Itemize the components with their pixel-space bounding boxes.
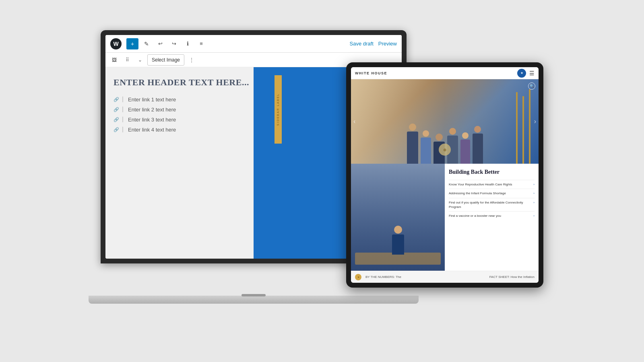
- wh-link-3: Find out if you qualify for the Affordab…: [449, 200, 532, 209]
- right-arrow-icon: ›: [534, 118, 536, 125]
- wh-links-list: Know Your Reproductive Health Care Right…: [449, 180, 535, 220]
- wh-link-arrow-4: ›: [533, 214, 535, 218]
- add-block-button[interactable]: +: [126, 38, 138, 49]
- search-button-wh[interactable]: 🔍: [528, 82, 535, 90]
- hero-content: Enter Header Text Here... 🔗 Enter link 1…: [105, 67, 277, 139]
- undo-icon: ↩: [158, 41, 163, 47]
- head-4: [449, 128, 456, 135]
- wh-content-panel: Building Back Better Know Your Reproduct…: [351, 164, 539, 271]
- list-item: 🔗 Enter link 2 text here: [114, 107, 269, 113]
- wh-left-image: [351, 164, 445, 271]
- preview-link[interactable]: Preview: [378, 41, 397, 47]
- link-text-1: Enter link 1 text here: [128, 97, 176, 103]
- tablet: White House ★ ☰: [346, 62, 543, 288]
- redo-button[interactable]: ↪: [168, 38, 180, 49]
- hamburger-icon: ☰: [529, 70, 535, 76]
- list-item[interactable]: Find a vaccine or a booster near you ›: [449, 211, 535, 220]
- divider-2: [122, 107, 123, 112]
- hero-links-container: 🔗 Enter link 1 text here 🔗 Enter link 2 …: [114, 97, 269, 133]
- next-arrow-button[interactable]: ›: [534, 118, 536, 125]
- link-icon-1: 🔗: [114, 97, 119, 102]
- wp-toolbar: W + ✎ ↩ ↪ ℹ: [105, 35, 402, 53]
- bottom-seal-icon: ★: [355, 274, 361, 280]
- sidebar-label-text: Sidebar Label: [277, 93, 279, 125]
- divider-4: [122, 127, 123, 132]
- bottom-seal-star: ★: [357, 276, 359, 278]
- list-view-button[interactable]: ≡: [196, 38, 207, 49]
- link-icon-4: 🔗: [114, 127, 119, 132]
- body-6: [473, 134, 483, 164]
- person-1: [407, 123, 418, 164]
- chevron-icon: ⌄: [138, 57, 142, 63]
- person-5: [460, 132, 470, 164]
- link-icon-2: 🔗: [114, 107, 119, 112]
- divider-3: [122, 117, 123, 122]
- head-6: [474, 126, 481, 133]
- image-block-icon[interactable]: 🖼: [109, 54, 120, 66]
- person-6: [473, 126, 483, 164]
- seal-star: ★: [520, 71, 523, 75]
- wh-header-right: ★ ☰: [517, 69, 535, 78]
- head-3: [436, 134, 443, 141]
- main-head: [394, 226, 402, 234]
- head-1: [409, 123, 416, 131]
- link-text-4: Enter link 4 text here: [128, 127, 176, 133]
- wh-link-arrow-1: ›: [533, 182, 535, 187]
- link-icon-3: 🔗: [114, 117, 119, 122]
- body-2: [421, 138, 431, 164]
- wp-logo-icon[interactable]: W: [110, 38, 122, 49]
- left-arrow-icon: ‹: [353, 118, 355, 125]
- prev-arrow-button[interactable]: ‹: [353, 118, 355, 125]
- bottom-left-text: BY THE NUMBERS: The: [365, 275, 401, 279]
- head-5: [462, 132, 469, 139]
- building-back-better-title: Building Back Better: [449, 169, 535, 176]
- info-button[interactable]: ℹ: [182, 38, 193, 49]
- wh-bottom-bar: ★ BY THE NUMBERS: The FACT SHEET: How th…: [351, 271, 539, 283]
- undo-button[interactable]: ↩: [155, 38, 166, 49]
- seal-symbol: ⊕: [443, 148, 446, 152]
- pencil-icon: ✎: [144, 41, 149, 47]
- image-icon: 🖼: [112, 57, 117, 63]
- laptop-base: [89, 296, 419, 304]
- list-item[interactable]: Addressing the Infant Formula Shortage ›: [449, 189, 535, 197]
- sidebar-label-block: Sidebar Label: [275, 75, 282, 144]
- laptop-hinge: [242, 294, 266, 296]
- link-text-3: Enter link 3 text here: [128, 117, 176, 123]
- scene: W + ✎ ↩ ↪ ℹ: [101, 30, 543, 332]
- info-icon: ℹ: [187, 41, 189, 47]
- tablet-bezel: White House ★ ☰: [346, 62, 543, 288]
- search-icon: 🔍: [530, 84, 534, 88]
- wh-link-arrow-2: ›: [533, 191, 535, 195]
- link-text-2: Enter link 2 text here: [128, 107, 176, 113]
- wh-menu-button[interactable]: ☰: [529, 70, 535, 77]
- tablet-screen: White House ★ ☰: [351, 67, 539, 283]
- wh-seal-icon: ★: [517, 69, 526, 78]
- list-item: 🔗 Enter link 4 text here: [114, 127, 269, 133]
- wh-logo-text: White House: [355, 71, 387, 75]
- save-draft-link[interactable]: Save draft: [349, 41, 373, 47]
- redo-icon: ↪: [172, 41, 176, 47]
- list-item[interactable]: Know Your Reproductive Health Care Right…: [449, 180, 535, 189]
- body-1: [407, 132, 418, 164]
- main-person: [392, 226, 404, 255]
- more-options-button[interactable]: ⋮: [186, 54, 197, 66]
- toolbar-right: Save draft Preview: [349, 41, 397, 47]
- hero-header: Enter Header Text Here...: [114, 77, 269, 88]
- list-item: 🔗 Enter link 1 text here: [114, 97, 269, 103]
- wh-link-2: Addressing the Infant Formula Shortage: [449, 191, 532, 195]
- presidential-seal: ⊕: [439, 144, 451, 156]
- list-item: 🔗 Enter link 3 text here: [114, 117, 269, 123]
- wh-text-panel: Building Back Better Know Your Reproduct…: [445, 164, 539, 271]
- select-image-button[interactable]: Select Image: [147, 54, 184, 66]
- more-icon: ⋮: [189, 57, 194, 63]
- sidebar-label-strip: Sidebar Label: [275, 75, 282, 144]
- wh-photo-area: ⊕ 🔍 ‹ ›: [351, 79, 539, 164]
- list-item[interactable]: Find out if you qualify for the Affordab…: [449, 198, 535, 211]
- head-2: [423, 130, 429, 137]
- transform-button[interactable]: ⌄: [134, 54, 146, 66]
- wh-link-arrow-3: ›: [533, 200, 535, 205]
- wh-website: White House ★ ☰: [351, 67, 539, 283]
- edit-button[interactable]: ✎: [141, 38, 152, 49]
- plus-icon: +: [131, 41, 134, 47]
- drag-handle[interactable]: ⠿: [122, 54, 133, 66]
